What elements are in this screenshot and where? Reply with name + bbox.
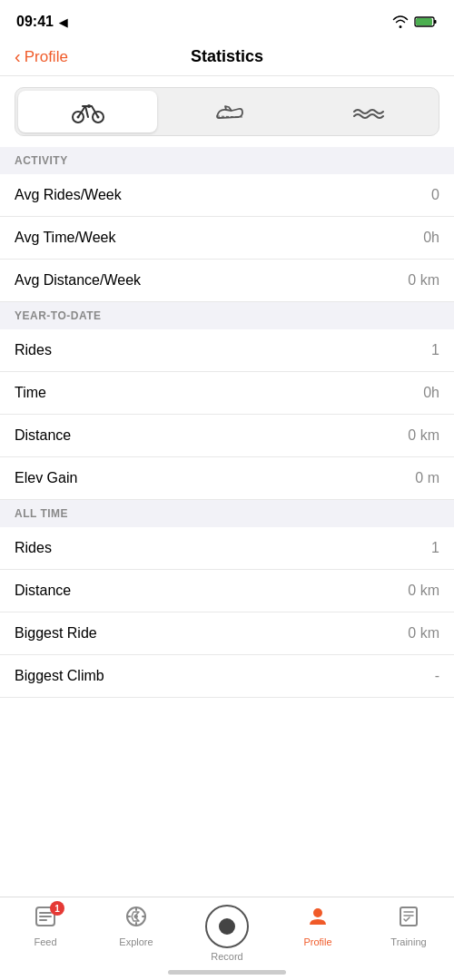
svg-rect-1 <box>434 20 437 24</box>
svg-rect-20 <box>400 907 417 926</box>
row-ytd-rides: Rides 1 <box>0 329 454 372</box>
row-value: 0 km <box>408 583 439 599</box>
row-label: Rides <box>15 342 52 358</box>
explore-icon <box>124 905 148 934</box>
row-value: - <box>435 668 439 684</box>
row-alltime-biggest-ride: Biggest Ride 0 km <box>0 612 454 655</box>
row-label: Biggest Climb <box>15 668 104 684</box>
svg-point-7 <box>87 104 91 108</box>
row-avg-time: Avg Time/Week 0h <box>0 217 454 260</box>
row-label: Time <box>15 385 46 401</box>
tab-bar-item-explore[interactable]: Explore <box>109 905 163 947</box>
row-alltime-rides: Rides 1 <box>0 527 454 570</box>
feed-icon: 1 <box>34 905 57 934</box>
svg-point-14 <box>134 915 138 918</box>
row-label: Avg Distance/Week <box>15 272 141 289</box>
activity-tabs-container <box>0 76 454 147</box>
record-button[interactable] <box>205 905 249 948</box>
run-icon <box>213 100 246 123</box>
record-label: Record <box>211 951 242 962</box>
row-value: 1 <box>431 540 439 556</box>
tab-bar-item-record[interactable]: Record <box>200 905 254 962</box>
row-label: Avg Rides/Week <box>15 187 122 203</box>
row-avg-rides: Avg Rides/Week 0 <box>0 174 454 217</box>
row-value: 0 km <box>408 272 439 289</box>
tab-bar-item-profile[interactable]: Profile <box>291 905 345 947</box>
row-value: 0h <box>423 385 439 401</box>
row-value: 1 <box>431 342 439 358</box>
page-title: Statistics <box>191 47 263 66</box>
record-dot <box>219 918 235 935</box>
status-bar: 09:41 ◀ <box>0 0 454 40</box>
row-alltime-distance: Distance 0 km <box>0 570 454 612</box>
row-label: Distance <box>15 427 71 444</box>
explore-label: Explore <box>119 936 153 947</box>
section-header-ytd: YEAR-TO-DATE <box>0 302 454 329</box>
row-label: Biggest Ride <box>15 625 97 642</box>
profile-icon <box>306 905 330 934</box>
feed-label: Feed <box>34 936 56 947</box>
tab-bike[interactable] <box>18 91 157 132</box>
svg-rect-2 <box>416 18 432 25</box>
activity-tabs <box>15 87 439 136</box>
tab-run[interactable] <box>160 88 299 135</box>
section-header-alltime: ALL TIME <box>0 500 454 527</box>
profile-label: Profile <box>303 936 331 947</box>
row-label: Elev Gain <box>15 470 77 486</box>
section-header-activity: ACTIVITY <box>0 147 454 174</box>
row-label: Distance <box>15 583 71 599</box>
row-ytd-time: Time 0h <box>0 372 454 415</box>
row-alltime-biggest-climb: Biggest Climb - <box>0 655 454 698</box>
training-label: Training <box>390 936 426 947</box>
status-icons <box>392 15 438 28</box>
back-label: Profile <box>25 48 68 66</box>
tab-bar: 1 Feed Explore Record <box>0 897 454 980</box>
tab-swim[interactable] <box>300 88 439 135</box>
swim-icon <box>352 100 385 123</box>
chevron-left-icon: ‹ <box>15 46 21 67</box>
stats-sections: ACTIVITY Avg Rides/Week 0 Avg Time/Week … <box>0 147 454 698</box>
nav-bar: ‹ Profile Statistics <box>0 40 454 76</box>
svg-point-19 <box>313 908 322 917</box>
feed-badge: 1 <box>50 901 64 916</box>
tab-bar-item-feed[interactable]: 1 Feed <box>18 905 73 947</box>
training-icon <box>397 905 420 934</box>
row-value: 0 m <box>415 470 439 486</box>
row-ytd-distance: Distance 0 km <box>0 415 454 457</box>
wifi-icon <box>392 15 409 28</box>
tab-bar-item-training[interactable]: Training <box>381 905 436 947</box>
back-button[interactable]: ‹ Profile <box>15 46 68 67</box>
row-ytd-elev: Elev Gain 0 m <box>0 457 454 500</box>
row-value: 0 km <box>408 625 439 642</box>
row-label: Avg Time/Week <box>15 230 115 246</box>
home-indicator <box>168 970 286 975</box>
location-icon: ◀ <box>59 16 67 29</box>
row-label: Rides <box>15 540 52 556</box>
row-value: 0h <box>423 230 439 246</box>
bike-icon <box>72 100 104 123</box>
status-time: 09:41 ◀ <box>16 14 67 30</box>
content-area: ACTIVITY Avg Rides/Week 0 Avg Time/Week … <box>0 76 454 779</box>
row-value: 0 km <box>408 427 439 444</box>
row-avg-distance: Avg Distance/Week 0 km <box>0 260 454 302</box>
row-value: 0 <box>431 187 439 203</box>
battery-icon <box>414 15 438 28</box>
